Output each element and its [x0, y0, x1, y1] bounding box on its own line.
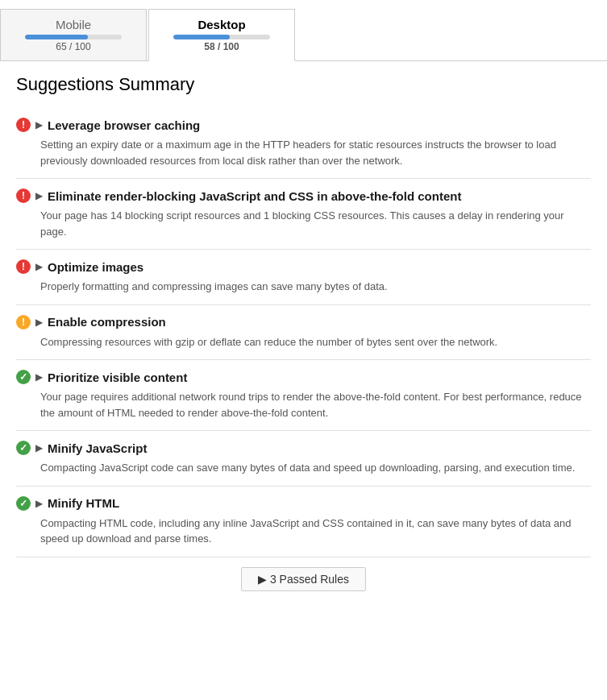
section-title: Suggestions Summary [16, 74, 591, 95]
suggestion-prioritize-visible-content-chevron-icon[interactable]: ▶ [35, 371, 43, 383]
passed-rules-container: ▶ 3 Passed Rules [16, 557, 591, 604]
tab-mobile-progress-fill [25, 35, 88, 39]
tab-mobile-progress-bar [25, 35, 122, 39]
suggestion-enable-compression-status-icon: ! [16, 315, 31, 329]
suggestion-eliminate-render-blocking-header: !▶Eliminate render-blocking JavaScript a… [16, 188, 591, 203]
suggestion-minify-javascript-description: Compacting JavaScript code can save many… [16, 460, 591, 476]
tabs-container: Mobile65 / 100Desktop58 / 100 [0, 0, 607, 61]
suggestion-minify-html-header: ✓▶Minify HTML [16, 496, 591, 511]
suggestion-leverage-caching-chevron-icon[interactable]: ▶ [35, 119, 43, 130]
suggestion-leverage-caching-status-icon: ! [16, 118, 31, 132]
suggestion-minify-javascript-title[interactable]: Minify JavaScript [48, 441, 147, 455]
tab-mobile-label: Mobile [25, 18, 122, 31]
suggestion-optimize-images-title[interactable]: Optimize images [48, 260, 143, 274]
suggestion-minify-html: ✓▶Minify HTMLCompacting HTML code, inclu… [16, 487, 591, 557]
tab-mobile[interactable]: Mobile65 / 100 [0, 9, 147, 61]
suggestion-eliminate-render-blocking-title[interactable]: Eliminate render-blocking JavaScript and… [48, 189, 461, 203]
suggestion-prioritize-visible-content-header: ✓▶Prioritize visible content [16, 370, 591, 384]
passed-rules-button[interactable]: ▶ 3 Passed Rules [241, 567, 366, 591]
suggestion-optimize-images-description: Properly formatting and compressing imag… [16, 279, 591, 295]
suggestion-enable-compression-header: !▶Enable compression [16, 315, 591, 329]
suggestion-prioritize-visible-content-title[interactable]: Prioritize visible content [48, 371, 187, 384]
suggestion-eliminate-render-blocking-status-icon: ! [16, 188, 31, 203]
suggestion-optimize-images-chevron-icon[interactable]: ▶ [35, 261, 43, 272]
suggestion-minify-javascript-status-icon: ✓ [16, 441, 31, 455]
suggestion-prioritize-visible-content-description: Your page requires additional network ro… [16, 389, 591, 420]
suggestion-leverage-caching: !▶Leverage browser cachingSetting an exp… [16, 108, 591, 179]
suggestion-eliminate-render-blocking-chevron-icon[interactable]: ▶ [35, 190, 43, 201]
suggestion-eliminate-render-blocking-description: Your page has 14 blocking script resourc… [16, 208, 591, 239]
tab-desktop-label: Desktop [173, 18, 270, 31]
suggestion-optimize-images-header: !▶Optimize images [16, 259, 591, 274]
tab-desktop-progress-bar [173, 35, 270, 39]
suggestion-minify-javascript: ✓▶Minify JavaScriptCompacting JavaScript… [16, 431, 591, 487]
suggestion-minify-html-title[interactable]: Minify HTML [48, 496, 119, 510]
suggestion-eliminate-render-blocking: !▶Eliminate render-blocking JavaScript a… [16, 179, 591, 250]
main-content: Suggestions Summary !▶Leverage browser c… [0, 61, 607, 604]
suggestions-list: !▶Leverage browser cachingSetting an exp… [16, 108, 591, 557]
suggestion-enable-compression-description: Compressing resources with gzip or defla… [16, 334, 591, 350]
suggestion-leverage-caching-description: Setting an expiry date or a maximum age … [16, 137, 591, 168]
suggestion-leverage-caching-header: !▶Leverage browser caching [16, 118, 591, 132]
tab-desktop[interactable]: Desktop58 / 100 [148, 9, 295, 61]
suggestion-minify-javascript-chevron-icon[interactable]: ▶ [35, 442, 43, 454]
tab-desktop-score: 58 / 100 [173, 41, 270, 52]
suggestion-optimize-images: !▶Optimize imagesProperly formatting and… [16, 250, 591, 305]
suggestion-minify-html-description: Compacting HTML code, including any inli… [16, 516, 591, 547]
tab-desktop-progress-fill [173, 35, 230, 39]
suggestion-minify-javascript-header: ✓▶Minify JavaScript [16, 441, 591, 455]
suggestion-prioritize-visible-content-status-icon: ✓ [16, 370, 31, 384]
suggestion-minify-html-chevron-icon[interactable]: ▶ [35, 498, 43, 509]
tab-mobile-score: 65 / 100 [25, 41, 122, 52]
suggestion-prioritize-visible-content: ✓▶Prioritize visible contentYour page re… [16, 360, 591, 431]
suggestion-enable-compression-title[interactable]: Enable compression [48, 315, 166, 329]
suggestion-minify-html-status-icon: ✓ [16, 496, 31, 511]
suggestion-leverage-caching-title[interactable]: Leverage browser caching [48, 118, 200, 132]
suggestion-optimize-images-status-icon: ! [16, 259, 31, 274]
suggestion-enable-compression-chevron-icon[interactable]: ▶ [35, 317, 43, 328]
suggestion-enable-compression: !▶Enable compressionCompressing resource… [16, 305, 591, 361]
